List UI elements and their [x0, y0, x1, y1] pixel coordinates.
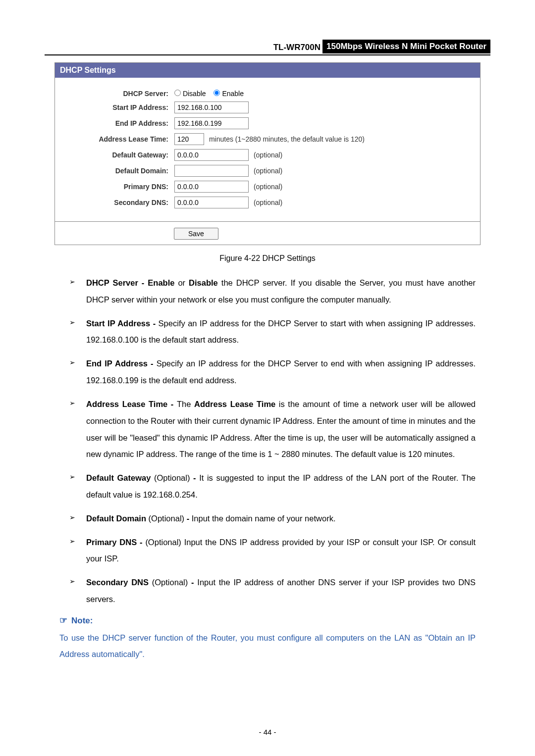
row-pdns: Primary DNS: (optional): [55, 179, 480, 195]
dhcp-settings-panel: DHCP Settings DHCP Server: Disable Enabl…: [54, 62, 481, 245]
panel-title: DHCP Settings: [55, 63, 480, 78]
li-bold2: Disable: [189, 278, 218, 287]
settings-form: DHCP Server: Disable Enable Start IP Add…: [55, 88, 480, 210]
li-bold: Start IP Address -: [86, 319, 159, 328]
label-pdns: Primary DNS:: [55, 179, 171, 195]
row-lease: Address Lease Time: minutes (1~2880 minu…: [55, 131, 480, 147]
list-item: End IP Address - Specify an IP address f…: [69, 355, 476, 389]
input-lease[interactable]: [174, 133, 204, 145]
li-text: (Optional): [151, 473, 193, 482]
hint-domain: (optional): [254, 167, 282, 175]
li-bold: Primary DNS -: [86, 538, 145, 547]
label-start-ip: Start IP Address:: [55, 100, 171, 115]
radio-enable[interactable]: [214, 90, 220, 96]
hand-icon: ☞: [59, 615, 67, 625]
li-bold: DHCP Server - Enable: [86, 278, 174, 287]
radio-enable-text: Enable: [222, 90, 244, 98]
list-item: DHCP Server - Enable or Disable the DHCP…: [69, 275, 476, 308]
label-dhcp-server: DHCP Server:: [55, 88, 171, 100]
model-number: TL-WR700N: [271, 43, 322, 53]
list-item: Start IP Address - Specify an IP address…: [69, 315, 476, 349]
row-start-ip: Start IP Address:: [55, 100, 480, 115]
list-item: Address Lease Time - The Address Lease T…: [69, 396, 476, 463]
li-bold2: Address Lease Time: [194, 400, 275, 408]
label-sdns: Secondary DNS:: [55, 195, 171, 210]
row-sdns: Secondary DNS: (optional): [55, 195, 480, 210]
radio-disable-label[interactable]: Disable: [174, 90, 206, 98]
hint-sdns: (optional): [254, 199, 282, 206]
li-text: or: [174, 278, 189, 287]
radio-enable-label[interactable]: Enable: [214, 90, 243, 98]
li-bold: Address Lease Time -: [86, 400, 177, 408]
save-button[interactable]: Save: [174, 228, 218, 240]
li-text: The: [177, 400, 194, 408]
input-domain[interactable]: [174, 165, 249, 177]
figure-caption: Figure 4-22 DHCP Settings: [45, 254, 490, 263]
page-header: TL-WR700N 150Mbps Wireless N Mini Pocket…: [45, 40, 490, 55]
list-item: Secondary DNS (Optional) - Input the IP …: [69, 574, 476, 608]
row-gateway: Default Gateway: (optional): [55, 147, 480, 163]
description-list: DHCP Server - Enable or Disable the DHCP…: [45, 275, 490, 608]
li-bold: Default Domain: [86, 514, 146, 523]
row-domain: Default Domain: (optional): [55, 163, 480, 179]
hint-gateway: (optional): [254, 151, 282, 159]
input-gateway[interactable]: [174, 149, 249, 161]
row-end-ip: End IP Address:: [55, 115, 480, 131]
note-heading: ☞Note:: [59, 615, 490, 626]
li-bold: Default Gateway: [86, 473, 151, 482]
li-text2: Input the domain name of your network.: [189, 514, 335, 523]
label-lease: Address Lease Time:: [55, 131, 171, 147]
row-dhcp-server: DHCP Server: Disable Enable: [55, 88, 480, 100]
label-end-ip: End IP Address:: [55, 115, 171, 131]
list-item: Default Gateway (Optional) - It is sugge…: [69, 470, 476, 504]
input-start-ip[interactable]: [174, 101, 249, 113]
input-sdns[interactable]: [174, 197, 249, 208]
radio-disable-text: Disable: [183, 90, 206, 98]
li-text: (Optional): [146, 514, 187, 523]
hint-pdns: (optional): [254, 183, 282, 191]
save-row: Save: [55, 228, 480, 240]
note-body: To use the DHCP server function of the R…: [45, 630, 490, 662]
hint-lease: minutes (1~2880 minutes, the default val…: [209, 135, 365, 143]
label-domain: Default Domain:: [55, 163, 171, 179]
list-item: Default Domain (Optional) - Input the do…: [69, 510, 476, 527]
label-gateway: Default Gateway:: [55, 147, 171, 163]
page-number: - 44 -: [0, 728, 535, 736]
input-pdns[interactable]: [174, 181, 249, 193]
panel-divider: [55, 221, 480, 222]
input-end-ip[interactable]: [174, 117, 249, 129]
list-item: Primary DNS - (Optional) Input the DNS I…: [69, 534, 476, 568]
note-label: Note:: [71, 616, 93, 625]
model-description: 150Mbps Wireless N Mini Pocket Router: [322, 40, 490, 53]
li-text: (Optional): [149, 578, 191, 587]
li-bold: Secondary DNS: [86, 578, 149, 587]
li-bold: End IP Address -: [86, 359, 157, 368]
radio-disable[interactable]: [174, 90, 181, 96]
